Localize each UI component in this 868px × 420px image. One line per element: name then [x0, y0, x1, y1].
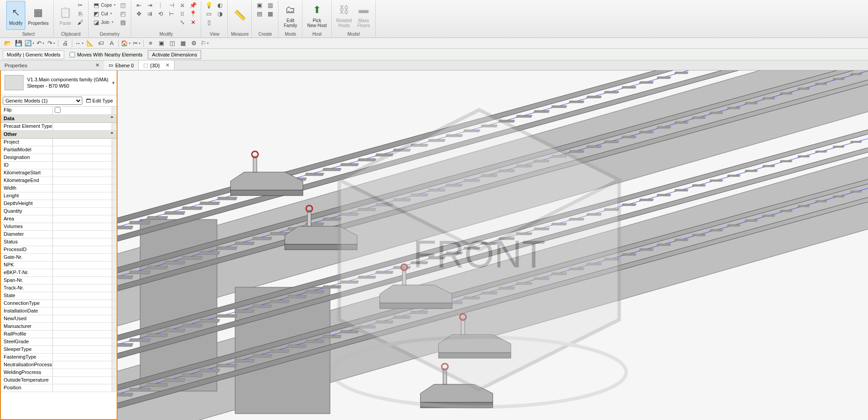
edit-type-button[interactable]: 🗔 Edit Type [84, 97, 115, 104]
activate-dimensions-button[interactable]: Activate Dimensions [148, 50, 201, 59]
copy-button[interactable]: ⇉ [145, 9, 155, 18]
dimension-icon[interactable]: 📐 [86, 39, 94, 47]
param-row[interactable]: InstallationDate [1, 308, 117, 315]
undo-icon[interactable]: ↶ [36, 39, 44, 47]
param-row[interactable]: PartialModel [1, 146, 117, 154]
open-icon[interactable]: 📂 [4, 39, 12, 47]
param-row[interactable]: Width [1, 185, 117, 192]
view-tool-4[interactable]: ◐ [215, 1, 225, 9]
tab-3d[interactable]: ⬚ {3D} ✕ [139, 61, 175, 70]
flip-checkbox[interactable] [55, 107, 61, 113]
cut-clipboard-button[interactable]: ✂ [75, 1, 85, 9]
move-button[interactable]: ✥ [134, 9, 144, 18]
modify-button[interactable]: ↖ Modify [6, 1, 25, 30]
cut-geom-button[interactable]: ◩Cut [91, 9, 118, 18]
tile-icon[interactable]: ▦ [179, 39, 187, 47]
param-row[interactable]: ID [1, 162, 117, 169]
param-row[interactable]: Depth/Height [1, 200, 117, 208]
param-row[interactable]: OutsideTemperature [1, 377, 117, 384]
thin-lines-icon[interactable]: ≡ [146, 39, 155, 47]
edit-family-button[interactable]: 🗂 Edit Family [281, 1, 299, 30]
sync-icon[interactable]: 🔄 [25, 39, 33, 47]
param-row[interactable]: Lenght [1, 192, 117, 200]
split-button[interactable]: ⤩ [177, 1, 187, 9]
view-tool-5[interactable]: ◑ [215, 9, 225, 18]
join-button[interactable]: ◪Join [91, 18, 118, 26]
pick-new-host-button[interactable]: ⬆ Pick New Host [305, 1, 328, 30]
3d-icon[interactable]: 🏠 [122, 39, 130, 47]
cope-button[interactable]: ⬒Cope [91, 1, 118, 9]
extend-button[interactable]: ⊢ [166, 9, 176, 18]
geom-tool-1[interactable]: ◫ [118, 1, 128, 9]
param-row[interactable]: Quantity [1, 208, 117, 215]
group-header-other[interactable]: Other⌃ [1, 131, 117, 139]
param-row[interactable]: KilometrageStart [1, 169, 117, 177]
param-row[interactable]: NeutralisationProcess [1, 361, 117, 369]
close-tab-icon[interactable]: ✕ [165, 62, 170, 68]
copy-clipboard-button[interactable]: ⎘ [75, 9, 85, 18]
array-button[interactable]: ⁞⁞ [177, 9, 187, 18]
type-selector[interactable]: V1.3.Main components family (GMA) Sleepe… [1, 70, 117, 95]
param-row[interactable]: eBKP-T-Nr. [1, 269, 117, 277]
tab-ebene0[interactable]: ▭ Ebene 0 [104, 61, 139, 70]
align-button[interactable]: ⇤ [134, 1, 144, 9]
category-filter[interactable]: Generic Models (1) [3, 97, 82, 105]
close-hidden-icon[interactable]: ▣ [157, 39, 165, 47]
moves-with-nearby-checkbox[interactable]: Moves With Nearby Elements [70, 52, 142, 57]
scale-button[interactable]: ⤡ [177, 18, 187, 26]
rotate-button[interactable]: ⟲ [156, 9, 165, 18]
param-row[interactable]: Span-Nr. [1, 277, 117, 285]
related-hosts-button[interactable]: ⛓ Related Hosts [335, 1, 354, 30]
view-tool-3[interactable]: ▯ [204, 18, 214, 26]
param-row[interactable]: NPK [1, 261, 117, 269]
param-row[interactable]: RailProfile [1, 331, 117, 338]
manage-icon[interactable]: ⚙ [190, 39, 198, 47]
tag-icon[interactable]: 🏷 [97, 39, 105, 47]
print-icon[interactable]: 🖨 [61, 39, 69, 47]
param-row[interactable]: Project [1, 139, 117, 146]
create-2[interactable]: ▤ [255, 9, 264, 18]
save-icon[interactable]: 💾 [14, 39, 23, 47]
param-row[interactable]: ConnectionType [1, 300, 117, 308]
offset-button[interactable]: ⇥ [145, 1, 155, 9]
measure-button[interactable]: 📏 [231, 1, 249, 30]
param-row[interactable]: Area [1, 215, 117, 223]
redo-icon[interactable]: ↷ [47, 39, 55, 47]
paste-button[interactable]: 📋 Paste [57, 1, 75, 30]
param-row[interactable]: Gate-Nr. [1, 254, 117, 261]
text-icon[interactable]: A [108, 39, 116, 47]
param-row[interactable]: SleeperType [1, 346, 117, 354]
geom-tool-2[interactable]: ◰ [118, 9, 128, 18]
create-3[interactable]: ▥ [265, 1, 275, 9]
create-1[interactable]: ▣ [255, 1, 264, 9]
customize-icon[interactable]: ⚐ [201, 39, 209, 47]
param-row[interactable]: New/Used [1, 315, 117, 323]
measure-qat-icon[interactable]: ↔ [75, 39, 83, 47]
param-row[interactable]: State [1, 292, 117, 300]
param-row[interactable]: Volumes [1, 223, 117, 231]
trim-button[interactable]: ⊣ [166, 1, 176, 9]
view-3d[interactable]: FRONT [118, 70, 868, 420]
close-icon[interactable]: ✕ [95, 62, 99, 68]
group-header-data[interactable]: Data⌃ [1, 115, 117, 123]
param-row[interactable]: Diameter [1, 231, 117, 238]
pin-button[interactable]: 📌 [188, 1, 198, 9]
match-button[interactable]: 🖌 [75, 18, 85, 26]
param-row[interactable]: WeldingProcress [1, 369, 117, 377]
unpin-button[interactable]: 📍 [188, 9, 198, 18]
properties-button[interactable]: ▦ Properties [26, 1, 51, 30]
delete-button[interactable]: ✕ [188, 18, 198, 26]
section-icon[interactable]: ✂ [132, 39, 141, 47]
view-cube[interactable]: FRONT [118, 75, 854, 420]
param-row[interactable]: SteelGrade [1, 338, 117, 346]
param-row[interactable]: Position [1, 384, 117, 392]
mirror-button[interactable]: ⦚ [156, 1, 165, 9]
view-tool-1[interactable]: 💡 [204, 1, 214, 9]
param-row[interactable]: Designation [1, 154, 117, 162]
param-row[interactable]: Status [1, 238, 117, 246]
switch-windows-icon[interactable]: ◫ [168, 39, 176, 47]
view-tool-2[interactable]: ▭ [204, 9, 214, 18]
properties-grid[interactable]: Flip Data⌃ Precast Element Type Other⌃ P… [1, 107, 117, 419]
param-row[interactable]: Manuacturer [1, 323, 117, 331]
create-4[interactable]: ▦ [265, 9, 275, 18]
